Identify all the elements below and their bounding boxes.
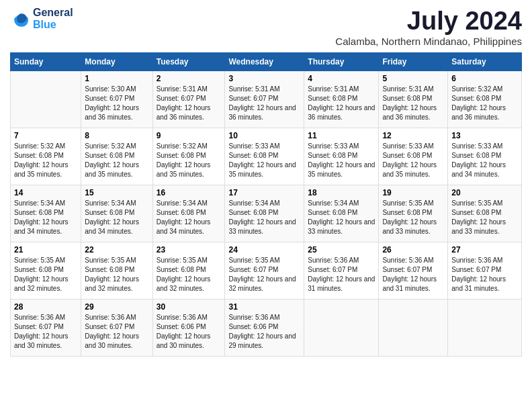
calendar-cell: 15Sunrise: 5:34 AMSunset: 6:08 PMDayligh… (81, 185, 152, 242)
day-info: Sunrise: 5:34 AMSunset: 6:08 PMDaylight:… (14, 199, 77, 236)
day-info: Sunrise: 5:36 AMSunset: 6:06 PMDaylight:… (157, 313, 222, 351)
calendar-cell: 31Sunrise: 5:36 AMSunset: 6:06 PMDayligh… (225, 300, 304, 357)
day-number: 18 (308, 188, 375, 197)
day-number: 17 (228, 188, 300, 197)
logo: General Blue (10, 7, 73, 31)
day-number: 10 (228, 131, 300, 140)
calendar-cell: 25Sunrise: 5:36 AMSunset: 6:07 PMDayligh… (304, 242, 379, 300)
day-info: Sunrise: 5:36 AMSunset: 6:07 PMDaylight:… (308, 256, 375, 293)
day-info: Sunrise: 5:35 AMSunset: 6:08 PMDaylight:… (157, 256, 222, 293)
day-number: 21 (14, 245, 77, 255)
calendar-cell: 30Sunrise: 5:36 AMSunset: 6:06 PMDayligh… (152, 300, 225, 357)
calendar-cell: 8Sunrise: 5:32 AMSunset: 6:08 PMDaylight… (81, 128, 152, 185)
calendar-cell: 1Sunrise: 5:30 AMSunset: 6:07 PMDaylight… (81, 71, 152, 128)
calendar-cell: 29Sunrise: 5:36 AMSunset: 6:07 PMDayligh… (81, 300, 152, 357)
header-day-wednesday: Wednesday (225, 53, 304, 71)
day-info: Sunrise: 5:31 AMSunset: 6:07 PMDaylight:… (228, 85, 300, 122)
calendar-cell: 13Sunrise: 5:33 AMSunset: 6:08 PMDayligh… (448, 128, 522, 185)
month-year: July 2024 (335, 7, 522, 36)
calendar-cell: 6Sunrise: 5:32 AMSunset: 6:08 PMDaylight… (448, 71, 522, 128)
calendar-cell: 17Sunrise: 5:34 AMSunset: 6:08 PMDayligh… (225, 185, 304, 242)
day-number: 23 (157, 245, 222, 255)
calendar-cell: 4Sunrise: 5:31 AMSunset: 6:08 PMDaylight… (304, 71, 379, 128)
day-info: Sunrise: 5:36 AMSunset: 6:07 PMDaylight:… (14, 313, 77, 351)
calendar-cell: 5Sunrise: 5:31 AMSunset: 6:08 PMDaylight… (379, 71, 448, 128)
day-info: Sunrise: 5:34 AMSunset: 6:08 PMDaylight:… (85, 199, 148, 236)
header-row: SundayMondayTuesdayWednesdayThursdayFrid… (11, 53, 522, 71)
day-number: 26 (382, 245, 444, 255)
day-number: 12 (382, 131, 444, 140)
day-number: 5 (382, 74, 444, 83)
day-number: 7 (14, 131, 77, 140)
calendar-cell: 9Sunrise: 5:32 AMSunset: 6:08 PMDaylight… (152, 128, 225, 185)
day-number: 27 (451, 245, 518, 255)
calendar-cell: 18Sunrise: 5:34 AMSunset: 6:08 PMDayligh… (304, 185, 379, 242)
day-number: 6 (451, 74, 518, 83)
location: Calamba, Northern Mindanao, Philippines (335, 36, 522, 47)
calendar-cell: 3Sunrise: 5:31 AMSunset: 6:07 PMDaylight… (225, 71, 304, 128)
day-info: Sunrise: 5:35 AMSunset: 6:07 PMDaylight:… (228, 256, 300, 293)
calendar-cell: 28Sunrise: 5:36 AMSunset: 6:07 PMDayligh… (11, 300, 81, 357)
day-number: 24 (228, 245, 300, 255)
calendar-cell: 22Sunrise: 5:35 AMSunset: 6:08 PMDayligh… (81, 242, 152, 300)
day-info: Sunrise: 5:33 AMSunset: 6:08 PMDaylight:… (451, 142, 518, 179)
week-row-4: 21Sunrise: 5:35 AMSunset: 6:08 PMDayligh… (11, 242, 522, 300)
day-info: Sunrise: 5:31 AMSunset: 6:07 PMDaylight:… (157, 85, 222, 122)
calendar-cell: 26Sunrise: 5:36 AMSunset: 6:07 PMDayligh… (379, 242, 448, 300)
calendar-cell (11, 71, 81, 128)
day-number: 31 (228, 302, 300, 312)
day-number: 8 (85, 131, 148, 140)
day-info: Sunrise: 5:32 AMSunset: 6:08 PMDaylight:… (157, 142, 222, 179)
calendar-table: SundayMondayTuesdayWednesdayThursdayFrid… (10, 52, 522, 357)
day-info: Sunrise: 5:34 AMSunset: 6:08 PMDaylight:… (157, 199, 222, 236)
day-number: 1 (85, 74, 148, 83)
day-number: 22 (85, 245, 148, 255)
day-number: 30 (157, 302, 222, 312)
calendar-cell: 10Sunrise: 5:33 AMSunset: 6:08 PMDayligh… (225, 128, 304, 185)
title-block: July 2024 Calamba, Northern Mindanao, Ph… (335, 7, 522, 47)
calendar-cell: 12Sunrise: 5:33 AMSunset: 6:08 PMDayligh… (379, 128, 448, 185)
day-info: Sunrise: 5:31 AMSunset: 6:08 PMDaylight:… (382, 85, 444, 122)
logo-text: General Blue (33, 7, 73, 31)
calendar-cell: 20Sunrise: 5:35 AMSunset: 6:08 PMDayligh… (448, 185, 522, 242)
day-info: Sunrise: 5:32 AMSunset: 6:08 PMDaylight:… (85, 142, 148, 179)
calendar-cell: 2Sunrise: 5:31 AMSunset: 6:07 PMDaylight… (152, 71, 225, 128)
day-info: Sunrise: 5:36 AMSunset: 6:07 PMDaylight:… (451, 256, 518, 293)
week-row-2: 7Sunrise: 5:32 AMSunset: 6:08 PMDaylight… (11, 128, 522, 185)
day-info: Sunrise: 5:32 AMSunset: 6:08 PMDaylight:… (14, 142, 77, 179)
day-number: 19 (382, 188, 444, 197)
day-info: Sunrise: 5:30 AMSunset: 6:07 PMDaylight:… (85, 85, 148, 122)
header-day-thursday: Thursday (304, 53, 379, 71)
week-row-3: 14Sunrise: 5:34 AMSunset: 6:08 PMDayligh… (11, 185, 522, 242)
day-info: Sunrise: 5:35 AMSunset: 6:08 PMDaylight:… (85, 256, 148, 293)
day-number: 20 (451, 188, 518, 197)
header-day-saturday: Saturday (448, 53, 522, 71)
day-number: 9 (157, 131, 222, 140)
day-info: Sunrise: 5:33 AMSunset: 6:08 PMDaylight:… (308, 142, 375, 179)
logo-icon (10, 9, 30, 29)
calendar-cell (379, 300, 448, 357)
day-info: Sunrise: 5:36 AMSunset: 6:07 PMDaylight:… (85, 313, 148, 351)
day-info: Sunrise: 5:36 AMSunset: 6:07 PMDaylight:… (382, 256, 444, 293)
day-info: Sunrise: 5:36 AMSunset: 6:06 PMDaylight:… (228, 313, 300, 351)
day-info: Sunrise: 5:33 AMSunset: 6:08 PMDaylight:… (382, 142, 444, 179)
header-day-sunday: Sunday (11, 53, 81, 71)
header-day-friday: Friday (379, 53, 448, 71)
page-header: General Blue July 2024 Calamba, Northern… (10, 7, 522, 47)
calendar-cell: 7Sunrise: 5:32 AMSunset: 6:08 PMDaylight… (11, 128, 81, 185)
day-number: 4 (308, 74, 375, 83)
calendar-cell: 23Sunrise: 5:35 AMSunset: 6:08 PMDayligh… (152, 242, 225, 300)
calendar-cell: 16Sunrise: 5:34 AMSunset: 6:08 PMDayligh… (152, 185, 225, 242)
day-number: 16 (157, 188, 222, 197)
day-number: 13 (451, 131, 518, 140)
day-info: Sunrise: 5:33 AMSunset: 6:08 PMDaylight:… (228, 142, 300, 179)
day-number: 14 (14, 188, 77, 197)
day-number: 11 (308, 131, 375, 140)
calendar-cell: 11Sunrise: 5:33 AMSunset: 6:08 PMDayligh… (304, 128, 379, 185)
day-info: Sunrise: 5:35 AMSunset: 6:08 PMDaylight:… (382, 199, 444, 236)
day-info: Sunrise: 5:32 AMSunset: 6:08 PMDaylight:… (451, 85, 518, 122)
day-number: 25 (308, 245, 375, 255)
day-number: 28 (14, 302, 77, 312)
header-day-monday: Monday (81, 53, 152, 71)
calendar-cell: 21Sunrise: 5:35 AMSunset: 6:08 PMDayligh… (11, 242, 81, 300)
